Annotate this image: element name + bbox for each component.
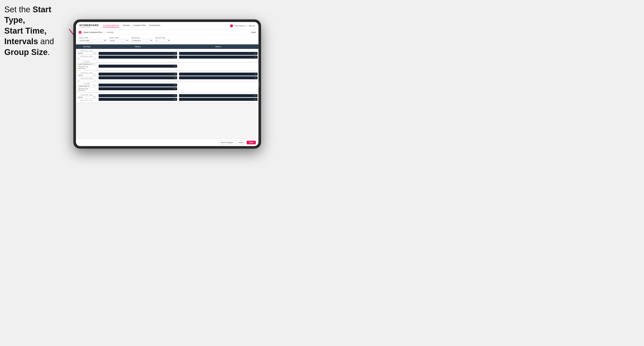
team1-slots-3: ✕ ⬛ ✕ ⬛ <box>98 93 178 103</box>
course-chevron-2[interactable]: ▾ <box>94 85 95 87</box>
team2-course-row-2 <box>178 82 258 93</box>
slot-close-icon[interactable]: ✕ <box>172 53 174 54</box>
player-slot: ✕ ⬛ <box>98 94 177 97</box>
start-type-select[interactable]: 1st Tee Start <box>78 39 106 42</box>
intervals-select[interactable]: 10 Minutes <box>131 39 153 42</box>
back-button[interactable]: ‹ Back <box>250 31 256 33</box>
slot-close-icon[interactable]: ✕ <box>172 98 174 100</box>
nav-teams[interactable]: TEAMS <box>122 24 130 27</box>
reset-changes-button[interactable]: Reset Changes <box>219 141 235 145</box>
slot-expand-icon[interactable]: ⬛ <box>255 95 257 97</box>
group-size-select[interactable]: 3 <box>155 39 170 42</box>
slot-close-icon[interactable]: ✕ <box>253 53 254 54</box>
remove-group-2[interactable]: ○ Remove Group <box>78 88 96 89</box>
nav-tournaments[interactable]: TOURNAMENTS <box>103 24 119 27</box>
sign-out-link[interactable]: Sign out <box>249 25 255 27</box>
add-group-2[interactable]: + Add Group <box>78 90 96 91</box>
slot-expand-icon[interactable]: ⬛ <box>255 77 257 79</box>
slot-expand-icon[interactable]: ⬛ <box>174 88 176 90</box>
table-row: ✕ ⬛ ✕ ⬛ <box>76 82 258 93</box>
slot-expand-icon[interactable]: ⬛ <box>255 53 257 54</box>
slot-expand-icon[interactable]: ⬛ <box>174 65 176 67</box>
start-type-group: Start Type 1st Tee Start <box>78 37 106 42</box>
slot-close-icon[interactable]: ✕ <box>172 95 174 97</box>
course-label-1: COURSE: <box>78 61 96 62</box>
slot-close-icon[interactable]: ✕ <box>253 73 254 75</box>
team1-course-row-1: ✕ ⬛ <box>98 62 178 71</box>
slot-expand-icon[interactable]: ⬛ <box>174 73 176 75</box>
nav-separator: | <box>247 25 248 27</box>
start-time-select[interactable]: 10:00 <box>109 39 128 42</box>
cancel-button[interactable]: Cancel <box>236 141 245 145</box>
slot-expand-icon[interactable]: ⬛ <box>174 95 176 97</box>
player-slot: ✕ ⬛ <box>179 73 258 76</box>
breadcrumb-logo-icon: C <box>78 31 82 34</box>
tablet-screen: SCOREBOARD Powered by clippd TOURNAMENTS… <box>76 22 258 146</box>
player-slot: ✕ ⬛ <box>98 65 177 68</box>
breadcrumb-current: Hosting <box>107 31 114 33</box>
instruction-line1-normal: Set the <box>4 5 32 14</box>
course-icon-1: ⛳ <box>78 63 80 65</box>
tee-cell-3: STARTING TIME: 10:20 🕐 STARTING HOLE: <box>76 93 98 103</box>
player-slot: ✕ ⬛ <box>98 84 177 87</box>
hole-select-2[interactable]: 1 ▾ <box>78 79 96 82</box>
table-row: STARTING TIME: 10:20 🕐 STARTING HOLE: ✕ … <box>76 93 258 103</box>
slot-close-icon[interactable]: ✕ <box>172 88 174 90</box>
slot-close-icon[interactable]: ✕ <box>172 73 174 75</box>
main-content: Tee Time Team 1 Team 2 STARTING TIME: 10… <box>76 44 258 139</box>
course-select-1[interactable]: ⛳ (A) Peachtree GC ✕ ▾ <box>78 63 96 65</box>
slot-expand-icon[interactable]: ⬛ <box>255 98 257 100</box>
slot-close-icon[interactable]: ✕ <box>172 77 174 79</box>
slot-expand-icon[interactable]: ⬛ <box>174 77 176 79</box>
course-chevron-1[interactable]: ▾ <box>94 63 95 65</box>
slot-expand-icon[interactable]: ⬛ <box>174 84 176 86</box>
nav-rankings[interactable]: RANKINGS <box>149 24 160 27</box>
player-slot: ✕ ⬛ <box>98 56 177 59</box>
slot-close-icon[interactable]: ✕ <box>172 84 174 86</box>
slot-close-icon[interactable]: ✕ <box>253 98 254 100</box>
slot-expand-icon[interactable]: ⬛ <box>255 56 257 58</box>
slot-close-icon[interactable]: ✕ <box>253 56 254 58</box>
add-group-1[interactable]: + Add Group <box>78 68 96 69</box>
slot-expand-icon[interactable]: ⬛ <box>174 53 176 54</box>
course-select-2[interactable]: ⛳ East Lake GC ✕ ▾ <box>78 85 96 87</box>
remove-group-1[interactable]: ○ Remove Group <box>78 66 96 67</box>
slot-close-icon[interactable]: ✕ <box>172 56 174 58</box>
nav-committee[interactable]: COMMITTEE <box>133 24 146 27</box>
course-remove-2[interactable]: ✕ <box>93 85 94 87</box>
tee-cell-1: STARTING TIME: 10:00 🕐 STARTING HOLE: 1 … <box>76 49 98 71</box>
instruction-line2-bold: Start Time, <box>4 26 46 35</box>
slot-expand-icon[interactable]: ⬛ <box>255 73 257 75</box>
nav-links: TOURNAMENTS TEAMS COMMITTEE RANKINGS <box>103 24 230 27</box>
slot-expand-icon[interactable]: ⬛ <box>174 98 176 100</box>
starting-hole-label-3: STARTING HOLE: <box>78 100 96 101</box>
time-input-2[interactable]: 10:10 🕐 <box>78 74 96 77</box>
course-label-2: COURSE: <box>78 83 96 84</box>
slot-close-icon[interactable]: ✕ <box>253 77 254 79</box>
player-slot: ✕ ⬛ <box>98 73 177 76</box>
time-input-3[interactable]: 10:20 🕐 <box>78 96 96 99</box>
starting-hole-label-2: STARTING HOLE: <box>78 78 96 79</box>
breadcrumb-left: C Clippd Invitational (Mo... | Hosting <box>78 31 113 34</box>
start-time-group: Start Time 10:00 <box>109 37 128 42</box>
player-slot: ✕ ⬛ <box>179 76 258 79</box>
player-slot: ✕ ⬛ <box>179 98 258 101</box>
hole-select-1[interactable]: 1 ▾ <box>78 57 96 60</box>
table-row: STARTING TIME: 10:10 🕐 STARTING HOLE: 1 … <box>76 71 258 82</box>
intervals-group: Intervals 10 Minutes <box>131 37 153 42</box>
course-icon-2: ⛳ <box>78 85 80 87</box>
slot-close-icon[interactable]: ✕ <box>253 95 254 97</box>
time-value-3: 10:20 <box>78 96 94 98</box>
instruction-line4-bold: Group Size <box>4 48 48 57</box>
slot-close-icon[interactable]: ✕ <box>172 65 174 67</box>
slot-expand-icon[interactable]: ⬛ <box>174 56 176 58</box>
breadcrumb-app-name[interactable]: Clippd Invitational (Mo... <box>83 31 104 33</box>
player-slot: ✕ ⬛ <box>98 98 177 101</box>
player-slot: ✕ ⬛ <box>179 56 258 59</box>
save-button[interactable]: Save <box>246 141 256 144</box>
time-input-1[interactable]: 10:00 🕐 <box>78 52 96 55</box>
logo-text: SCOREBOARD <box>80 24 98 26</box>
instruction-line4-normal: . <box>48 48 50 57</box>
course-remove-1[interactable]: ✕ <box>93 63 94 65</box>
hole-value-1: 1 <box>78 58 95 60</box>
